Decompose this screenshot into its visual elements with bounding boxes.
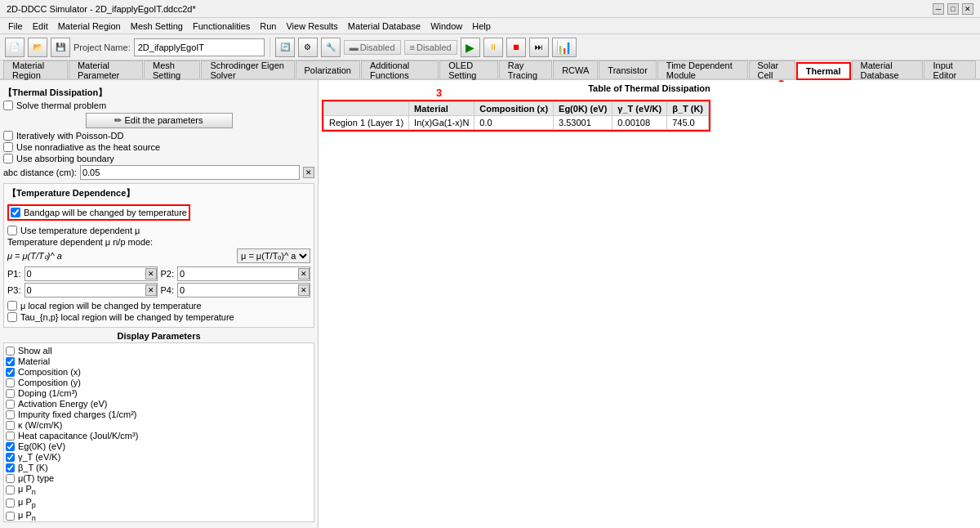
param-kappa-check[interactable]	[6, 421, 15, 430]
run-btn[interactable]: 🔧	[321, 38, 341, 57]
maximize-btn[interactable]: □	[947, 3, 959, 15]
new-btn[interactable]: 📄	[5, 38, 24, 57]
temp-dependence-section: 【Temperature Dependence】 Bandgap will be…	[3, 183, 314, 328]
solve-thermal-checkbox[interactable]	[3, 101, 13, 110]
p4-input[interactable]	[178, 284, 298, 297]
param-doping-label: Doping (1/cm³)	[18, 388, 78, 398]
p1-clear[interactable]: ✕	[145, 268, 157, 280]
tab-mesh-setting[interactable]: Mesh Setting	[144, 60, 200, 78]
stop-btn[interactable]: ⏹	[506, 38, 526, 57]
param-doping-check[interactable]	[6, 389, 15, 398]
menu-view-results[interactable]: View Results	[281, 20, 342, 32]
param-comp-x-check[interactable]	[6, 368, 15, 377]
tab-material-database[interactable]: Material Database	[852, 60, 924, 78]
tab-schrodinger[interactable]: Schrodinger Eigen Solver	[201, 60, 294, 78]
temp-mu-checkbox[interactable]	[7, 226, 17, 235]
mu-local-checkbox[interactable]	[7, 301, 17, 311]
param-show-all-check[interactable]	[6, 347, 15, 356]
mu-local-label: μ local region will be changed by temper…	[20, 301, 202, 311]
p3-input[interactable]	[25, 284, 145, 297]
param-material-check[interactable]	[6, 357, 15, 366]
menu-window[interactable]: Window	[425, 20, 467, 32]
absorbing-checkbox[interactable]	[3, 154, 13, 163]
p2-input[interactable]	[178, 267, 298, 280]
bandgap-checkbox[interactable]	[11, 208, 20, 217]
param-mu-type-check[interactable]	[6, 474, 15, 483]
tab-polarization[interactable]: Polarization	[296, 60, 360, 78]
menu-edit[interactable]: Edit	[28, 20, 53, 32]
param-heat-cap-check[interactable]	[6, 432, 15, 441]
tab-material-region[interactable]: Material Region	[3, 60, 68, 78]
solve-thermal-label: Solve thermal problem	[16, 101, 106, 110]
param-beta-t-label: β_T (K)	[18, 463, 48, 472]
tab-transistor[interactable]: Transistor	[599, 60, 657, 78]
nonradiative-checkbox[interactable]	[3, 142, 13, 152]
param-activation-check[interactable]	[6, 400, 15, 409]
param-mu-pn2-check[interactable]	[6, 512, 15, 521]
refresh-btn[interactable]: 🔄	[275, 38, 295, 57]
close-btn[interactable]: ✕	[962, 3, 973, 15]
th-region	[324, 102, 409, 116]
p-inputs-grid: P1: ✕ P2: ✕ P3: ✕ P4: ✕	[7, 266, 310, 298]
param-eg0k-check[interactable]	[6, 442, 15, 451]
p4-clear[interactable]: ✕	[298, 284, 310, 296]
cell-composition: 0.0	[474, 116, 554, 130]
param-comp-x: Composition (x)	[6, 367, 312, 377]
iteratively-checkbox[interactable]	[3, 131, 13, 141]
param-gamma-t-check[interactable]	[6, 453, 15, 462]
disabled-btn1[interactable]: ▬ Disabled	[344, 40, 401, 55]
menu-functionalities[interactable]: Functionalities	[188, 20, 255, 32]
tab-bar: Material Region Material Parameter Mesh …	[0, 60, 980, 80]
edit-params-btn[interactable]: ✏ Edit the parameters	[86, 113, 233, 128]
open-btn[interactable]: 📂	[28, 38, 47, 57]
menu-help[interactable]: Help	[467, 20, 496, 32]
table-title: Table of Thermal Dissipation	[322, 83, 977, 93]
tab-additional[interactable]: Additional Functions	[361, 60, 439, 78]
menu-material-region[interactable]: Material Region	[53, 20, 126, 32]
param-list: Show all Material Composition (x) Compos…	[3, 342, 314, 522]
menu-mesh-setting[interactable]: Mesh Setting	[126, 20, 188, 32]
param-impurity-label: Impurity fixed charges (1/cm²)	[18, 409, 136, 419]
tab-ray-tracing[interactable]: Ray Tracing	[499, 60, 552, 78]
tab-oled[interactable]: OLED Setting	[439, 60, 498, 78]
pause-btn[interactable]: ⏸	[483, 38, 503, 57]
tab-input-editor[interactable]: Input Editor	[924, 60, 976, 78]
tab-solar-cell[interactable]: Solar Cell	[749, 60, 795, 78]
cell-region: Region 1 (Layer 1)	[324, 116, 409, 130]
p1-input[interactable]	[25, 267, 145, 280]
param-mu-pn1-check[interactable]	[6, 485, 15, 494]
tab-rcwa[interactable]: RCWA	[553, 60, 598, 78]
menu-file[interactable]: File	[3, 20, 28, 32]
play-btn[interactable]: ▶	[461, 38, 480, 57]
tab-time-dependent[interactable]: Time Dependent Module	[657, 60, 748, 78]
tab-material-parameter[interactable]: Material Parameter	[69, 60, 143, 78]
save-btn[interactable]: 💾	[51, 38, 70, 57]
project-name-input[interactable]	[134, 38, 265, 56]
menu-material-database[interactable]: Material Database	[343, 20, 425, 32]
step-btn[interactable]: ⏭	[529, 38, 549, 57]
menu-run[interactable]: Run	[255, 20, 281, 32]
param-impurity-check[interactable]	[6, 410, 15, 419]
table-row: Region 1 (Layer 1) In(x)Ga(1-x)N 0.0 3.5…	[324, 116, 709, 130]
mode-select[interactable]: μ = μ(T/T₀)^ a	[237, 248, 310, 263]
param-eg0k-label: Eg(0K) (eV)	[18, 441, 65, 451]
param-activation-label: Activation Energy (eV)	[18, 399, 107, 409]
param-mu-pn1-label: μ Pn	[18, 484, 36, 496]
param-mu-pn2: μ Pn	[6, 510, 312, 522]
tau-local-label: Tau_{n,p} local region will be changed b…	[20, 312, 234, 322]
title-bar-controls[interactable]: ─ □ ✕	[933, 3, 973, 15]
settings-btn[interactable]: ⚙	[298, 38, 318, 57]
disabled-btn2[interactable]: ≡ Disabled	[404, 40, 457, 55]
chart-btn[interactable]: 📊	[552, 38, 577, 57]
p2-clear[interactable]: ✕	[298, 268, 310, 280]
mode-label: Temperature dependent μ n/p mode:	[7, 237, 153, 247]
minimize-btn[interactable]: ─	[933, 3, 944, 15]
tau-local-checkbox[interactable]	[7, 312, 17, 322]
param-comp-y-check[interactable]	[6, 378, 15, 387]
param-mu-pp1-check[interactable]	[6, 499, 15, 508]
abc-clear-btn[interactable]: ✕	[303, 167, 314, 178]
abc-input[interactable]	[81, 166, 299, 179]
tab-thermal[interactable]: Thermal	[796, 62, 851, 80]
param-beta-t-check[interactable]	[6, 463, 15, 472]
p3-clear[interactable]: ✕	[145, 284, 157, 296]
